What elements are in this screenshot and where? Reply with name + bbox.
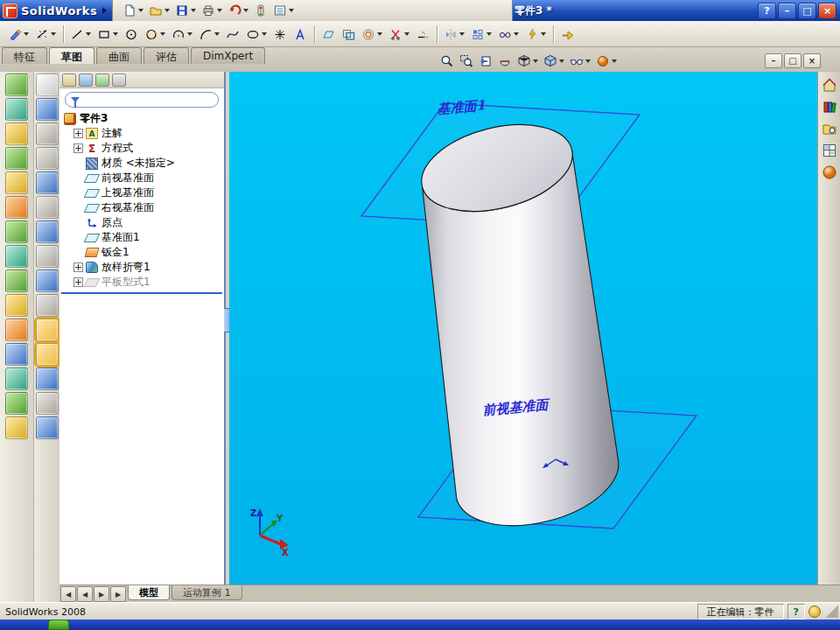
tree-item-part-root[interactable]: 零件3 — [60, 111, 224, 126]
base-flange-icon[interactable] — [5, 74, 28, 96]
tab-scroll-prev-button[interactable]: ◀ — [77, 586, 93, 602]
jog-icon[interactable] — [5, 220, 28, 243]
expand-icon[interactable] — [74, 262, 83, 272]
tab-features[interactable]: 特征 — [2, 47, 47, 64]
tree-item-front-plane[interactable]: 前视基准面 — [60, 171, 224, 186]
pan-icon[interactable] — [36, 220, 59, 243]
options-button[interactable] — [271, 1, 296, 20]
menu-expand-icon[interactable] — [102, 7, 107, 14]
configurationmanager-tab-icon[interactable] — [95, 74, 109, 87]
new-document-button[interactable] — [121, 1, 145, 20]
hidden-lines-visible-icon[interactable] — [36, 294, 59, 317]
previous-view-icon[interactable] — [36, 98, 59, 121]
simple-hole-icon[interactable] — [5, 368, 28, 390]
doc-close-button[interactable]: × — [803, 53, 821, 68]
fold-icon[interactable] — [5, 416, 28, 439]
rotate-view-icon[interactable] — [36, 196, 59, 219]
sketched-bend-icon[interactable] — [5, 245, 28, 268]
graphics-viewport[interactable]: 基准面1 前视基准面 Z Y X — [229, 72, 818, 584]
wireframe-icon[interactable] — [36, 270, 59, 292]
circle-icon[interactable] — [122, 24, 141, 45]
shadows-in-shaded-icon[interactable] — [36, 392, 59, 415]
zoom-to-fit-icon[interactable] — [438, 54, 457, 68]
status-help-badge[interactable]: ? — [788, 604, 805, 620]
offset-entities-icon[interactable] — [360, 24, 385, 45]
point-icon[interactable] — [271, 24, 290, 45]
zoom-to-fit-icon[interactable] — [36, 122, 59, 145]
tree-item-annotations[interactable]: 注解 — [60, 126, 224, 141]
maximize-button[interactable]: □ — [798, 3, 816, 19]
section-view-icon[interactable] — [36, 368, 59, 390]
ellipse-icon[interactable] — [244, 24, 270, 45]
doc-restore-button[interactable]: □ — [784, 53, 802, 68]
tree-item-equations[interactable]: 方程式 — [60, 141, 224, 156]
text-icon[interactable] — [291, 24, 310, 45]
smart-dimension-icon[interactable] — [33, 24, 59, 45]
solidworks-resources-icon[interactable] — [821, 76, 838, 94]
select-icon[interactable] — [36, 74, 59, 96]
line-icon[interactable] — [68, 24, 94, 45]
propertymanager-tab-icon[interactable] — [79, 74, 93, 87]
instant3d-icon[interactable] — [558, 24, 578, 45]
plane-icon[interactable] — [319, 24, 338, 45]
dimxpertmanager-tab-icon[interactable] — [112, 74, 126, 87]
featuremanager-tab-icon[interactable] — [62, 74, 76, 87]
display-style-icon[interactable] — [541, 54, 567, 68]
convert-entities-icon[interactable] — [340, 24, 358, 45]
extruded-cut-icon[interactable] — [5, 343, 28, 366]
forming-tool-icon[interactable] — [5, 318, 28, 341]
tab-scroll-next-button[interactable]: ▶ — [94, 586, 109, 602]
tab-scroll-last-button[interactable]: ▶ — [110, 586, 126, 602]
edge-flange-icon[interactable] — [5, 147, 28, 170]
tree-item-lofted-bend1[interactable]: 放样折弯1 — [60, 260, 224, 275]
save-button[interactable] — [173, 1, 198, 20]
sketch-icon[interactable] — [6, 24, 32, 45]
tab-dimxpert[interactable]: DimXpert — [191, 47, 265, 64]
tree-item-top-plane[interactable]: 上视基准面 — [60, 186, 224, 200]
tree-item-origin[interactable]: 原点 — [60, 215, 224, 230]
camera-view-icon[interactable] — [36, 416, 59, 439]
tab-scroll-first-button[interactable]: ◀ — [60, 586, 76, 602]
tree-item-plane1[interactable]: 基准面1 — [60, 230, 224, 245]
help-button[interactable]: ? — [758, 3, 776, 19]
open-document-button[interactable] — [147, 1, 172, 20]
zoom-in-out-icon[interactable] — [36, 172, 59, 194]
shaded-icon[interactable] — [36, 343, 59, 366]
hide-show-items-icon[interactable] — [567, 54, 593, 68]
mirror-entities-icon[interactable] — [442, 24, 467, 45]
tree-item-sheet-metal1[interactable]: 钣金1 — [60, 245, 224, 260]
appearances-scenes-icon[interactable] — [821, 164, 838, 181]
centerpoint-arc-icon[interactable] — [170, 24, 195, 45]
trim-entities-icon[interactable] — [387, 24, 412, 45]
zoom-to-area-icon[interactable] — [36, 147, 59, 170]
rollback-bar[interactable] — [61, 292, 222, 294]
tab-motion-study[interactable]: 运动算例 1 — [172, 585, 242, 600]
undo-button[interactable] — [226, 1, 250, 20]
minimize-button[interactable]: – — [778, 3, 796, 19]
tree-item-flat-pattern1[interactable]: 平板型式1 — [60, 275, 224, 290]
hem-icon[interactable] — [5, 196, 28, 219]
previous-view-icon[interactable] — [476, 54, 495, 68]
convert-to-sheet-metal-icon[interactable] — [5, 98, 28, 121]
extend-entities-icon[interactable] — [414, 24, 432, 45]
tab-model[interactable]: 模型 — [128, 585, 170, 600]
print-button[interactable] — [200, 1, 224, 20]
expand-icon[interactable] — [74, 277, 83, 287]
expand-icon[interactable] — [74, 144, 83, 153]
doc-minimize-button[interactable]: – — [765, 53, 782, 68]
file-explorer-icon[interactable] — [821, 120, 838, 137]
shaded-with-edges-icon[interactable] — [36, 318, 59, 341]
design-library-icon[interactable] — [821, 98, 838, 116]
appearances-icon[interactable] — [593, 54, 620, 68]
miter-flange-icon[interactable] — [5, 172, 28, 194]
filter-input[interactable] — [83, 94, 213, 106]
linear-sketch-pattern-icon[interactable] — [469, 24, 494, 45]
corner-rectangle-icon[interactable] — [95, 24, 121, 45]
tab-evaluate[interactable]: 评估 — [144, 47, 189, 64]
view-palette-icon[interactable] — [821, 142, 838, 159]
standard-views-icon[interactable] — [36, 245, 59, 268]
unfold-icon[interactable] — [5, 392, 28, 415]
rebuild-button[interactable] — [252, 1, 270, 20]
expand-icon[interactable] — [74, 129, 83, 138]
lofted-bend-icon[interactable] — [5, 122, 28, 145]
